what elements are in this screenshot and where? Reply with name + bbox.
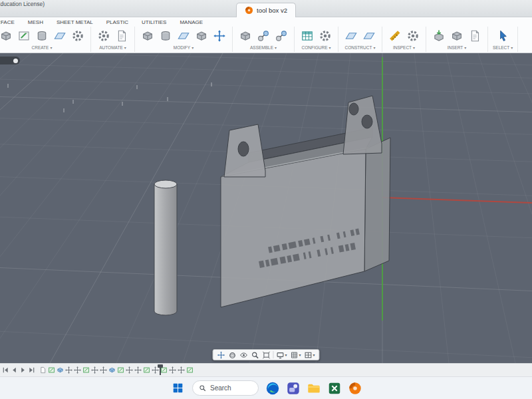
- right-ear-hole-front: [349, 103, 358, 115]
- chevron-down-icon: ▾: [313, 352, 315, 357]
- ribbon-toolbar: SURFACEMESHSHEET METALPLASTICUTILITIESMA…: [0, 17, 532, 53]
- section-analysis-tool-icon[interactable]: [405, 28, 421, 44]
- timeline-marker[interactable]: [158, 365, 163, 375]
- ribbon-group-inspect: INSPECT▾: [382, 27, 426, 52]
- create-form-tool-icon[interactable]: [70, 28, 86, 44]
- combine-tool-icon[interactable]: [194, 28, 209, 44]
- sketch-timeline-item[interactable]: [142, 365, 150, 375]
- step-back-button[interactable]: [11, 366, 18, 374]
- sketch-timeline-item[interactable]: [82, 365, 90, 375]
- scripts-addins-tool-icon[interactable]: [114, 28, 130, 44]
- ribbon-group-label: CONSTRUCT▾: [345, 45, 376, 50]
- fusion-icon[interactable]: [347, 380, 363, 396]
- document-tab[interactable]: tool box v2: [236, 3, 296, 17]
- zoom-icon[interactable]: [250, 350, 259, 360]
- move-timeline-item[interactable]: [134, 365, 142, 375]
- ribbon-tab-plastic[interactable]: PLASTIC: [106, 19, 128, 25]
- shell-tool-icon[interactable]: [176, 28, 192, 44]
- select-tool-icon[interactable]: [495, 28, 511, 44]
- taskbar-search[interactable]: Search: [192, 380, 259, 396]
- sketch-timeline-item[interactable]: [186, 365, 194, 375]
- windows-taskbar: Search: [0, 376, 532, 399]
- chevron-down-icon: ▾: [275, 46, 277, 50]
- fit-icon[interactable]: [261, 350, 271, 360]
- timeline-items: [39, 365, 194, 375]
- chevron-down-icon: ▾: [373, 46, 375, 50]
- ribbon-tab-manage[interactable]: MANAGE: [180, 19, 203, 25]
- look-at-icon[interactable]: [239, 350, 248, 360]
- excel-icon[interactable]: [327, 380, 342, 396]
- ribbon-group-select: SELECT▾: [488, 27, 518, 52]
- grid-settings-icon[interactable]: ▾: [289, 350, 301, 360]
- new-component-tool-icon[interactable]: [237, 28, 253, 44]
- cylinder-tool-icon[interactable]: [34, 28, 50, 44]
- move-timeline-item[interactable]: [65, 365, 72, 375]
- go-to-end-button[interactable]: [28, 366, 35, 374]
- create-sketch-tool-icon[interactable]: [16, 28, 32, 44]
- chevron-down-icon: ▾: [413, 46, 415, 50]
- insert-mesh-tool-icon[interactable]: [449, 28, 465, 44]
- move-timeline-item[interactable]: [125, 365, 133, 375]
- timeline: [0, 363, 532, 376]
- feature-timeline-item[interactable]: [56, 365, 64, 375]
- ribbon-tab-utilities[interactable]: UTILITIES: [142, 19, 166, 25]
- chevron-down-icon: ▾: [464, 46, 466, 50]
- move-timeline-item[interactable]: [73, 365, 81, 375]
- rigid-group-tool-icon[interactable]: [273, 28, 289, 44]
- chevron-down-icon: ▾: [329, 46, 331, 50]
- press-pull-tool-icon[interactable]: [140, 28, 156, 44]
- move-timeline-item[interactable]: [168, 365, 176, 375]
- edge-icon[interactable]: [265, 380, 281, 396]
- viewport-scene: [0, 53, 532, 363]
- ribbon-group-label: CONFIGURE▾: [301, 45, 331, 50]
- move-timeline-item[interactable]: [90, 365, 98, 375]
- fusion-logo-icon: [245, 6, 253, 15]
- left-ear-hole: [238, 142, 249, 156]
- file-explorer-icon[interactable]: [306, 380, 322, 396]
- browser-toggle-dot: [13, 59, 18, 63]
- insert-derive-tool-icon[interactable]: [431, 28, 447, 44]
- ribbon-group-construct: CONSTRUCT▾: [338, 27, 382, 52]
- ribbon-group-assemble: ASSEMBLE▾: [233, 27, 295, 52]
- configuration-settings-tool-icon[interactable]: [317, 28, 333, 44]
- display-settings-icon[interactable]: ▾: [275, 350, 287, 360]
- ribbon-tab-mesh[interactable]: MESH: [28, 19, 43, 25]
- doc-timeline-item[interactable]: [39, 365, 47, 375]
- configurations-tool-icon[interactable]: [299, 28, 315, 44]
- handle-rod-model[interactable]: [154, 180, 177, 315]
- ribbon-group-configure: CONFIGURE▾: [295, 27, 338, 52]
- construction-plane-tool-icon[interactable]: [343, 28, 359, 44]
- new-solid-tool-icon[interactable]: [0, 28, 14, 44]
- ribbon-group-create: CREATE▾: [0, 27, 91, 52]
- sketch-timeline-item[interactable]: [116, 365, 124, 375]
- ribbon-tab-surface[interactable]: SURFACE: [0, 19, 15, 25]
- start-button[interactable]: [169, 380, 186, 397]
- app-icon[interactable]: [285, 380, 301, 396]
- measure-tool-icon[interactable]: [387, 28, 403, 44]
- pan-icon[interactable]: [216, 350, 225, 360]
- chevron-down-icon: ▾: [511, 46, 513, 50]
- move-timeline-item[interactable]: [99, 365, 107, 375]
- viewports-icon[interactable]: ▾: [304, 350, 316, 360]
- canvas-tool-icon[interactable]: [467, 28, 483, 44]
- sketch-timeline-item[interactable]: [47, 365, 55, 375]
- automate-tool-icon[interactable]: [96, 28, 112, 44]
- browser-toggle[interactable]: [0, 57, 20, 65]
- orbit-icon[interactable]: [227, 350, 237, 360]
- ribbon-group-label: ASSEMBLE▾: [250, 45, 277, 50]
- construction-axis-tool-icon[interactable]: [361, 28, 377, 44]
- titlebar: (Education License) tool box v2: [0, 0, 532, 17]
- play-button[interactable]: [19, 366, 27, 374]
- fillet-tool-icon[interactable]: [158, 28, 174, 44]
- go-to-start-button[interactable]: [2, 366, 9, 374]
- feature-timeline-item[interactable]: [108, 365, 116, 375]
- windows-logo-icon: [172, 382, 184, 394]
- view-navigation-bar: ▾▾▾: [212, 349, 319, 360]
- joint-tool-icon[interactable]: [255, 28, 271, 44]
- ribbon-tab-sheet-metal[interactable]: SHEET METAL: [57, 19, 93, 25]
- move-timeline-item[interactable]: [177, 365, 185, 375]
- chevron-down-icon: ▾: [285, 352, 287, 357]
- move-copy-tool-icon[interactable]: [211, 28, 227, 44]
- viewport-3d[interactable]: ▾▾▾: [0, 53, 532, 363]
- create-plane-tool-icon[interactable]: [52, 28, 68, 44]
